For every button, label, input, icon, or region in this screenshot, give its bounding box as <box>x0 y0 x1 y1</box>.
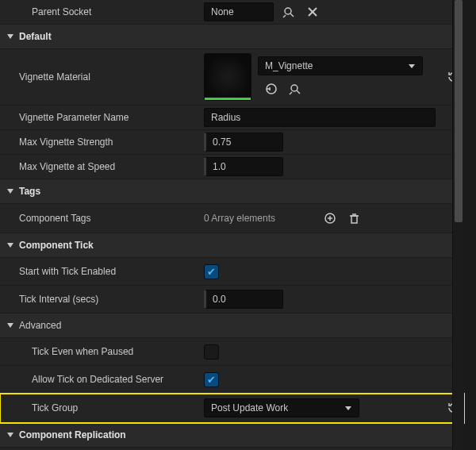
row-max-vignette-strength: Max Vignette Strength 0.75 <box>0 130 464 155</box>
clear-array-icon[interactable] <box>345 210 363 227</box>
svg-marker-20 <box>345 406 351 410</box>
clear-icon[interactable] <box>304 3 321 21</box>
label-component-tags: Component Tags <box>19 213 91 224</box>
chevron-down-icon <box>6 431 14 439</box>
browse-icon[interactable] <box>280 3 298 21</box>
svg-marker-11 <box>7 189 13 194</box>
svg-marker-18 <box>7 243 13 248</box>
max-vignette-strength-input[interactable]: 0.75 <box>204 133 283 152</box>
label-allow-tick-dedicated: Allow Tick on Dedicated Server <box>32 374 163 385</box>
tick-even-when-paused-checkbox[interactable] <box>204 344 219 360</box>
scrollbar-thumb[interactable] <box>455 0 463 222</box>
section-advanced[interactable]: Advanced <box>0 313 464 338</box>
label-tick-even-when-paused: Tick Even when Paused <box>32 346 133 357</box>
row-tick-even-when-paused: Tick Even when Paused <box>0 338 464 366</box>
label-max-vignette-at-speed: Max Vignette at Speed <box>19 161 115 172</box>
row-tick-group: Tick Group Post Update Work <box>0 394 464 423</box>
row-tick-interval: Tick Interval (secs) 0.0 <box>0 286 464 313</box>
chevron-down-icon <box>408 62 416 70</box>
section-tags[interactable]: Tags <box>0 179 464 204</box>
chevron-down-icon <box>6 187 14 195</box>
label-tick-interval: Tick Interval (secs) <box>19 294 98 305</box>
svg-point-0 <box>285 8 291 14</box>
tick-group-dropdown[interactable]: Post Update Work <box>204 398 359 417</box>
max-vignette-at-speed-input[interactable]: 1.0 <box>204 157 283 176</box>
scrollbar[interactable] <box>452 0 464 450</box>
label-start-with-tick-enabled: Start with Tick Enabled <box>19 266 116 277</box>
label-vignette-material: Vignette Material <box>19 71 90 83</box>
row-parent-socket: Parent Socket None <box>0 0 464 25</box>
svg-line-9 <box>297 90 300 94</box>
row-vignette-material: Vignette Material M_Vignette <box>0 49 464 106</box>
svg-marker-5 <box>7 34 13 39</box>
chevron-down-icon <box>6 241 14 249</box>
start-with-tick-enabled-checkbox[interactable]: ✔ <box>204 264 219 279</box>
chevron-down-icon <box>344 404 352 412</box>
browse-asset-icon[interactable] <box>286 80 304 98</box>
check-icon: ✔ <box>207 267 216 277</box>
svg-line-1 <box>290 13 294 17</box>
material-asset-dropdown[interactable]: M_Vignette <box>258 56 423 75</box>
row-max-vignette-at-speed: Max Vignette at Speed 1.0 <box>0 155 464 179</box>
check-icon: ✔ <box>207 375 216 385</box>
section-default[interactable]: Default <box>0 25 464 49</box>
section-component-tick[interactable]: Component Tick <box>0 233 464 258</box>
section-component-replication[interactable]: Component Replication <box>0 423 464 448</box>
svg-line-10 <box>290 92 292 94</box>
svg-marker-19 <box>7 323 13 328</box>
svg-point-8 <box>291 85 298 91</box>
chevron-down-icon <box>6 33 14 40</box>
row-allow-tick-dedicated: Allow Tick on Dedicated Server ✔ <box>0 366 464 394</box>
use-selected-icon[interactable] <box>263 80 280 98</box>
allow-tick-dedicated-checkbox[interactable]: ✔ <box>204 372 219 387</box>
label-tick-group: Tick Group <box>32 402 78 413</box>
label-vignette-param-name: Vignette Parameter Name <box>19 112 129 123</box>
row-vignette-param-name: Vignette Parameter Name Radius <box>0 106 464 130</box>
parent-socket-dropdown[interactable]: None <box>204 2 274 21</box>
add-element-icon[interactable] <box>321 210 339 227</box>
vignette-param-name-input[interactable]: Radius <box>204 108 436 127</box>
array-count-text: 0 Array elements <box>204 213 315 224</box>
row-start-with-tick-enabled: Start with Tick Enabled ✔ <box>0 258 464 286</box>
label-parent-socket: Parent Socket <box>32 6 91 17</box>
svg-marker-21 <box>7 433 13 437</box>
row-component-tags: Component Tags 0 Array elements <box>0 204 464 233</box>
svg-marker-6 <box>409 64 415 68</box>
label-max-vignette-strength: Max Vignette Strength <box>19 137 113 148</box>
svg-line-2 <box>283 15 286 17</box>
tick-interval-input[interactable]: 0.0 <box>204 290 283 309</box>
svg-rect-16 <box>351 216 357 223</box>
material-thumbnail[interactable] <box>204 53 251 101</box>
chevron-down-icon <box>6 321 14 329</box>
